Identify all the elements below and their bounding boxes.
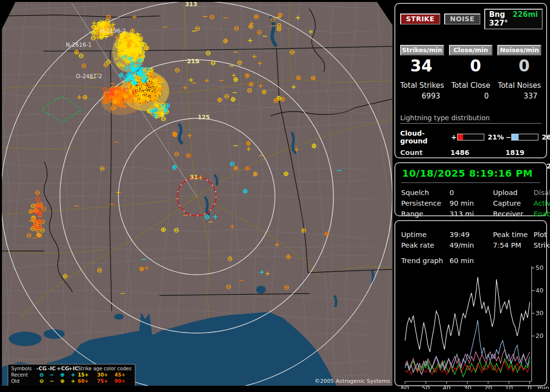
total-noises-label: Total Noises	[497, 81, 541, 90]
close-per-min-button[interactable]: Close/min	[449, 45, 493, 56]
noises-per-min-button[interactable]: Noises/min	[497, 45, 541, 56]
cloud-ground-pos-bar	[457, 134, 484, 140]
svg-text:219: 219	[187, 58, 199, 65]
map-canvas[interactable]: 313 219 125 31 H-2196-2 N-2616-1 O-2461-…	[2, 2, 392, 386]
uptime-value: 39:49	[449, 231, 493, 238]
svg-text:31: 31	[189, 173, 198, 181]
legend-header-pic: +IC	[68, 365, 78, 372]
trend-graph-label: Trend graph	[401, 257, 449, 265]
plot-label: Plot	[534, 231, 550, 238]
legend-row-recent-label: Recent	[11, 372, 36, 378]
bearing-readout: Bng 327° 226mi	[484, 9, 543, 29]
minus-sign: −	[506, 133, 511, 141]
lightning-map[interactable]: 313 219 125 31 H-2196-2 N-2616-1 O-2461-…	[2, 2, 392, 386]
close-per-min-value: 0	[449, 56, 493, 75]
peak-time-label: Peak time	[493, 231, 534, 238]
svg-text:313: 313	[185, 2, 197, 8]
squelch-value: 0	[449, 189, 493, 196]
svg-text:10: 10	[505, 384, 513, 389]
range-label: Range	[401, 210, 449, 218]
peak-rate-value: 49/min	[449, 241, 493, 249]
cloud-ground-label: Cloud-ground	[400, 129, 450, 145]
minus-icon: −	[47, 378, 57, 384]
plus-icon: +	[68, 372, 78, 378]
bearing-label: Bng 327°	[489, 10, 508, 28]
count-label: Count	[400, 149, 450, 156]
svg-text:0: 0	[528, 384, 532, 389]
svg-text:20: 20	[536, 332, 544, 339]
noises-per-min-value: 0	[497, 56, 541, 75]
distribution-heading: Lightning type distribution	[400, 114, 541, 124]
age-code-75: 75+	[97, 378, 115, 384]
receiver-label: Receiver	[493, 210, 534, 218]
strikes-per-min-button[interactable]: Strikes/min	[400, 45, 444, 56]
plus-icon: +	[68, 378, 78, 384]
svg-text:30: 30	[536, 309, 544, 317]
circle-plus-icon: ⊕	[57, 372, 68, 378]
age-code-45: 45+	[115, 372, 132, 378]
total-strikes-label: Total Strikes	[400, 81, 444, 90]
svg-text:40: 40	[536, 287, 544, 294]
bearing-distance: 226mi	[513, 10, 538, 19]
receiver-status: Enabled	[534, 210, 550, 218]
strike-legend: Symbols -CG -IC +CG +IC Strike age color…	[8, 364, 135, 386]
squelch-label: Squelch	[401, 189, 449, 196]
svg-text:40: 40	[443, 384, 451, 389]
svg-text:20: 20	[484, 384, 492, 389]
age-code-90: 90+	[115, 378, 132, 384]
legend-header-pcg: +CG	[57, 365, 68, 372]
circle-minus-icon: ⊖	[36, 378, 47, 384]
trend-chart: 203040506050403020100min	[401, 266, 549, 389]
trend-panel: Uptime 39:49 Peak time Plot Peak rate 49…	[394, 220, 547, 386]
legend-age-title: Strike age color codes	[78, 365, 132, 372]
legend-header-symbols: Symbols	[11, 365, 36, 372]
capture-label: Capture	[493, 199, 534, 207]
circle-plus-icon: ⊕	[57, 378, 68, 384]
range-value: 313 mi	[449, 210, 493, 218]
legend-row-old-label: Old	[11, 378, 36, 384]
svg-text:50: 50	[536, 266, 544, 271]
cloud-ground-neg-count: 1819	[506, 149, 550, 156]
cloud-ground-pos-count: 1486	[450, 149, 506, 156]
svg-text:50: 50	[422, 384, 430, 389]
age-code-30: 30+	[97, 372, 115, 378]
cloud-ground-neg-bar	[511, 134, 538, 140]
svg-text:min: min	[537, 384, 549, 389]
copyright-text: ©2005 Astrogenic Systems	[315, 378, 390, 384]
circle-minus-icon: ⊖	[36, 372, 47, 378]
total-noises-value: 337	[497, 92, 541, 100]
trend-graph-window: 60 min	[449, 257, 540, 265]
noise-button[interactable]: NOISE	[444, 14, 480, 25]
upload-status: Disabled	[534, 189, 550, 196]
strike-button[interactable]: STRIKE	[400, 14, 440, 25]
status-panel: 10/18/2025 8:19:16 PM Squelch 0 Upload D…	[394, 162, 547, 216]
app-window: { "credit": "©2005 Astrogenic Systems", …	[0, 0, 550, 392]
svg-text:H-2196-2: H-2196-2	[100, 28, 126, 34]
legend-header-ncg: -CG	[36, 365, 47, 372]
capture-status: Active	[534, 199, 550, 207]
total-strikes-value: 6993	[400, 92, 444, 100]
total-close-label: Total Close	[449, 81, 493, 90]
persistence-label: Persistence	[401, 199, 449, 207]
minus-icon: −	[47, 372, 57, 378]
cloud-ground-neg-pct: 26%	[538, 133, 550, 141]
svg-text:O-2461-2: O-2461-2	[76, 73, 102, 80]
age-code-60: 60+	[78, 378, 97, 384]
persistence-value: 90 min	[449, 199, 493, 207]
plus-sign: +	[450, 133, 457, 141]
legend-header-nic: -IC	[47, 365, 57, 372]
svg-text:N-2616-1: N-2616-1	[66, 42, 92, 48]
cloud-ground-pos-pct: 21%	[484, 133, 506, 141]
stats-panel: STRIKE NOISE Bng 327° 226mi Strikes/min …	[394, 3, 547, 158]
peak-rate-label: Peak rate	[401, 241, 449, 249]
total-close-value: 0	[449, 92, 493, 100]
upload-label: Upload	[493, 189, 534, 196]
svg-text:60: 60	[401, 384, 409, 389]
age-code-15: 15+	[78, 372, 97, 378]
plot-mode-value: Strike	[534, 241, 550, 249]
strikes-per-min-value: 34	[400, 56, 444, 75]
svg-text:125: 125	[198, 114, 210, 121]
uptime-label: Uptime	[401, 231, 449, 238]
svg-text:30: 30	[463, 384, 472, 389]
datetime-display: 10/18/2025 8:19:16 PM	[401, 166, 540, 183]
